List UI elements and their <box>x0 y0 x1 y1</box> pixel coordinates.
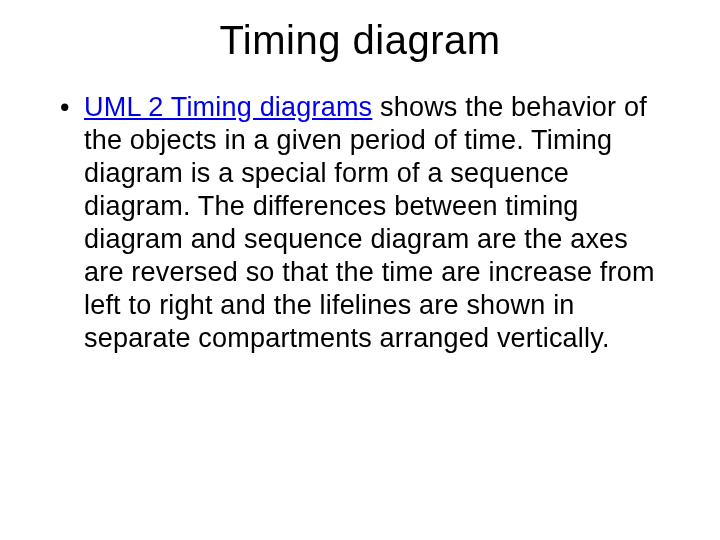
bullet-list: UML 2 Timing diagrams shows the behavior… <box>48 91 672 355</box>
bullet-text: shows the behavior of the objects in a g… <box>84 92 655 353</box>
body-text: UML 2 Timing diagrams shows the behavior… <box>48 91 672 355</box>
uml-timing-link[interactable]: UML 2 Timing diagrams <box>84 92 372 122</box>
slide: Timing diagram UML 2 Timing diagrams sho… <box>0 0 720 540</box>
list-item: UML 2 Timing diagrams shows the behavior… <box>84 91 672 355</box>
page-title: Timing diagram <box>48 18 672 63</box>
